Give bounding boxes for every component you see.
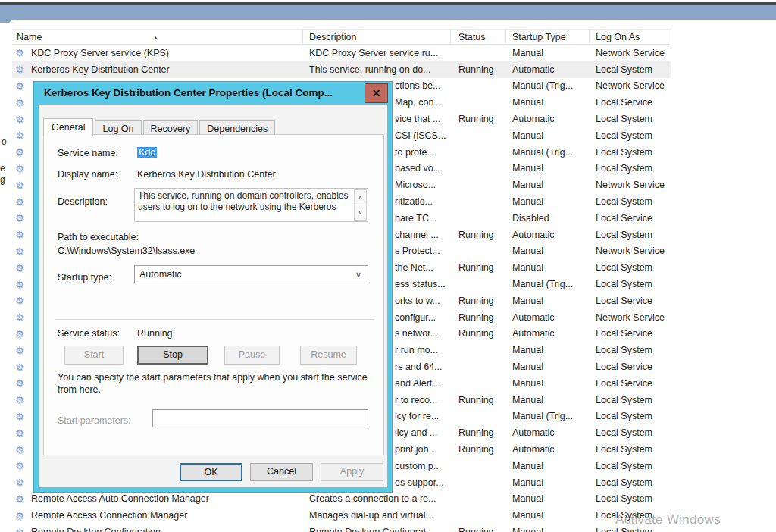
log-on-as-cell: Local System: [590, 163, 671, 174]
description-cell: Creates a connection to a re...: [303, 493, 451, 504]
log-on-as-cell: Local System: [590, 114, 671, 124]
service-gear-icon: ⚙: [15, 279, 29, 290]
status-cell: Running: [451, 427, 506, 438]
description-cell: KDC Proxy Server service ru...: [303, 48, 451, 58]
service-name-label: Service name:: [58, 148, 118, 158]
service-name-text: Remote Access Connection Manager: [31, 510, 187, 521]
startup-type-cell: Manual: [506, 527, 590, 532]
name-cell: ⚙Remote Access Auto Connection Manager: [12, 493, 303, 505]
table-row[interactable]: ⚙KDC Proxy Server service (KPS)KDC Proxy…: [12, 45, 671, 61]
column-header-description[interactable]: Description: [303, 30, 451, 44]
description-cell: Manages dial-up and virtual...: [303, 510, 451, 521]
status-cell: Running: [451, 312, 506, 323]
stop-button[interactable]: Stop: [137, 346, 208, 365]
start-parameters-input[interactable]: [152, 409, 368, 427]
service-gear-icon: ⚙: [15, 80, 29, 92]
log-on-as-cell: Local System: [590, 130, 671, 141]
service-gear-icon: ⚙: [15, 130, 29, 141]
scroll-up-icon[interactable]: ∧: [354, 189, 367, 205]
service-gear-icon: ⚙: [15, 345, 29, 356]
log-on-as-cell: Local System: [590, 279, 671, 289]
ok-button[interactable]: OK: [180, 463, 242, 481]
table-row[interactable]: ⚙Kerberos Key Distribution CenterThis se…: [12, 61, 671, 78]
description-scrollbar: ∧ ∨: [354, 189, 367, 220]
display-name-value: Kerberos Key Distribution Center: [137, 169, 276, 180]
log-on-as-cell: Network Service: [590, 246, 671, 256]
log-on-as-cell: Local System: [590, 395, 671, 405]
log-on-as-cell: Local Service: [590, 213, 671, 224]
log-on-as-cell: Local System: [590, 527, 671, 532]
tab-general[interactable]: General: [43, 118, 93, 137]
start-parameters-hint: You can specify the start parameters tha…: [58, 371, 380, 396]
cancel-button[interactable]: Cancel: [250, 463, 313, 481]
divider: [55, 319, 374, 320]
service-gear-icon: ⚙: [15, 460, 29, 471]
service-gear-icon: ⚙: [15, 527, 29, 532]
service-gear-icon: ⚙: [15, 328, 29, 340]
startup-type-cell: Manual: [506, 493, 590, 504]
name-cell: ⚙Kerberos Key Distribution Center: [12, 64, 303, 75]
activate-windows-watermark: Activate Windows: [615, 512, 721, 527]
log-on-as-cell: Local System: [590, 444, 671, 455]
name-cell: ⚙KDC Proxy Server service (KPS): [12, 47, 303, 58]
log-on-as-cell: Local System: [590, 493, 671, 504]
startup-type-cell: Manual: [506, 180, 590, 190]
service-name-text: KDC Proxy Server service (KPS): [31, 48, 169, 58]
name-cell: ⚙Remote Access Connection Manager: [12, 510, 303, 521]
startup-type-select[interactable]: Automatic ∨: [134, 265, 368, 283]
startup-type-cell: Automatic: [506, 328, 590, 339]
table-row[interactable]: ⚙Remote Access Connection ManagerManages…: [12, 507, 671, 524]
startup-type-cell: Manual (Trig...: [506, 279, 590, 289]
pause-button: Pause: [224, 346, 280, 365]
startup-type-cell: Manual: [506, 477, 590, 488]
startup-type-cell: Manual (Trig...: [506, 147, 590, 158]
log-on-as-cell: Local Service: [590, 361, 671, 372]
column-header-log-on-as[interactable]: Log On As: [590, 30, 671, 44]
startup-type-cell: Manual: [506, 130, 590, 141]
log-on-as-cell: Local System: [590, 411, 671, 421]
left-pane-fragment: e: [0, 163, 5, 174]
description-box[interactable]: This service, running on domain controll…: [134, 188, 368, 222]
scroll-down-icon[interactable]: ∨: [354, 205, 367, 221]
service-gear-icon: ⚙: [15, 64, 29, 75]
column-header-startup-type[interactable]: Startup Type: [506, 30, 590, 44]
status-cell: Running: [451, 262, 506, 273]
service-gear-icon: ⚙: [15, 361, 29, 373]
chevron-down-icon: ∨: [355, 266, 361, 283]
startup-type-cell: Manual: [506, 510, 590, 521]
service-gear-icon: ⚙: [15, 444, 29, 455]
service-gear-icon: ⚙: [15, 146, 29, 158]
startup-type-cell: Manual (Trig...: [506, 80, 590, 91]
service-status-label: Service status:: [58, 328, 120, 339]
log-on-as-cell: Network Service: [590, 312, 671, 323]
startup-type-cell: Automatic: [506, 114, 590, 124]
log-on-as-cell: Local Service: [590, 97, 671, 108]
apply-button: Apply: [321, 463, 383, 481]
description-cell: This service, running on do...: [303, 64, 451, 75]
table-row[interactable]: ⚙Remote Desktop ConfigurationRemote Desk…: [12, 524, 671, 532]
startup-type-cell: Automatic: [506, 312, 590, 323]
status-cell: Running: [451, 527, 506, 532]
start-parameters-label: Start parameters:: [58, 415, 131, 426]
path-to-executable-value: C:\Windows\System32\lsass.exe: [58, 246, 195, 256]
column-header-name[interactable]: Name ▲: [12, 30, 303, 44]
service-gear-icon: ⚙: [15, 510, 29, 521]
service-name-text: Remote Access Auto Connection Manager: [31, 493, 209, 504]
left-pane-fragment: o: [2, 136, 7, 147]
service-gear-icon: ⚙: [15, 97, 29, 108]
service-gear-icon: ⚙: [15, 180, 29, 191]
service-gear-icon: ⚙: [15, 493, 29, 505]
startup-type-cell: Manual: [506, 196, 590, 207]
log-on-as-cell: Network Service: [590, 80, 671, 91]
status-cell: Running: [451, 395, 506, 405]
status-cell: Running: [451, 296, 506, 306]
column-header-name-label: Name: [17, 32, 42, 42]
close-icon[interactable]: ✕: [365, 83, 388, 103]
service-gear-icon: ⚙: [15, 47, 29, 58]
service-properties-dialog: Kerberos Key Distribution Center Propert…: [34, 82, 392, 492]
dialog-title[interactable]: Kerberos Key Distribution Center Propert…: [44, 87, 333, 99]
path-to-executable-label: Path to executable:: [58, 232, 139, 243]
table-row[interactable]: ⚙Remote Access Auto Connection ManagerCr…: [12, 491, 671, 508]
service-name-value[interactable]: Kdc: [137, 147, 157, 158]
column-header-status[interactable]: Status: [451, 30, 506, 44]
